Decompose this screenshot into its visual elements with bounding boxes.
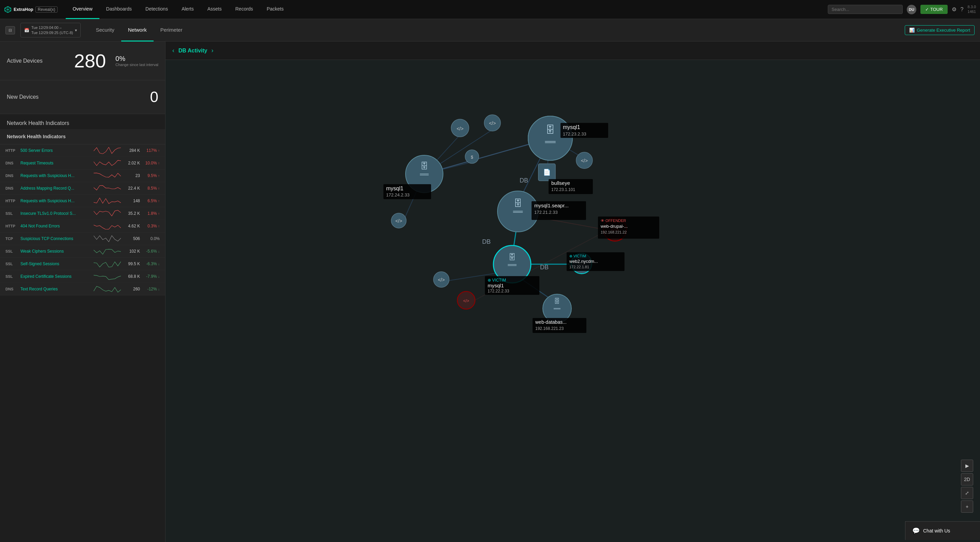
nav-assets[interactable]: Assets [200, 0, 229, 19]
play-button[interactable]: ▶ [961, 459, 973, 472]
table-row[interactable]: DNS Address Mapping Record Q... 22.4 K 8… [0, 182, 165, 195]
table-row[interactable]: HTTP 500 Server Errors 284 K 117% ↑ [0, 145, 165, 157]
indicator-name[interactable]: Requests with Suspicious H... [21, 173, 91, 178]
indicator-name[interactable]: 404 Not Found Errors [21, 224, 91, 229]
table-row[interactable]: SSL Self-Signed Sessions 99.5 K -6.3% ↓ [0, 258, 165, 270]
settings-icon[interactable]: ⚙ [952, 6, 956, 13]
indicator-name[interactable]: 500 Server Errors [21, 148, 91, 153]
indicator-name[interactable]: Self-Signed Sessions [21, 261, 91, 266]
svg-text:$: $ [471, 155, 473, 160]
network-health-section: Network Health Indicators Network Health… [0, 114, 165, 542]
nav-dashboards[interactable]: Dashboards [99, 0, 139, 19]
view-2d-button[interactable]: 2D [961, 473, 973, 485]
svg-text:mysql1: mysql1 [488, 283, 504, 288]
svg-text:🗄: 🗄 [554, 298, 560, 305]
indicator-name[interactable]: Weak Ciphers Sessions [21, 249, 91, 254]
svg-text:⊕ VICTIM: ⊕ VICTIM [570, 254, 586, 258]
new-devices-label: New Devices [7, 94, 150, 100]
table-row[interactable]: DNS Text Record Queries 260 -12% ↓ [0, 283, 165, 296]
svg-line-10 [424, 162, 472, 174]
svg-text:</>: </> [489, 121, 496, 126]
svg-rect-47 [383, 184, 431, 199]
nhi-table: Network Health Indicators HTTP 500 Serve… [0, 129, 165, 296]
nhi-table-header: Network Health Indicators [0, 129, 165, 145]
metric-value: 102 K [124, 249, 140, 254]
protocol-label: DNS [5, 174, 18, 178]
table-row[interactable]: SSL Weak Ciphers Sessions 102 K -5.6% ↓ [0, 245, 165, 258]
svg-text:══: ══ [513, 208, 523, 215]
search-input[interactable] [828, 5, 903, 14]
metric-value: 4.62 K [124, 224, 140, 229]
chat-widget[interactable]: 💬 Chat with Us [905, 521, 980, 540]
build-number: 1461 [968, 10, 976, 14]
svg-text:172.24.2.33: 172.24.2.33 [386, 192, 410, 197]
metric-pct: 0.3% ↑ [143, 224, 160, 229]
table-row[interactable]: TCP Suspicious TCP Connections 506 0.0% [0, 232, 165, 245]
map-header: ‹ DB Activity › [165, 41, 980, 60]
svg-text:DB: DB [482, 238, 491, 245]
indicator-name[interactable]: Insecure TLSv1.0 Protocol S... [21, 211, 91, 216]
indicator-name[interactable]: Expired Certificate Sessions [21, 274, 91, 279]
indicator-name[interactable]: Request Timeouts [21, 161, 91, 165]
indicator-name[interactable]: Address Mapping Record Q... [21, 186, 91, 191]
sec-nav-security[interactable]: Security [89, 19, 121, 41]
sparkline-chart [94, 273, 121, 280]
protocol-label: DNS [5, 287, 18, 291]
svg-text:172.21.2.33: 172.21.2.33 [534, 210, 558, 215]
map-next-arrow[interactable]: › [212, 47, 213, 54]
nav-detections[interactable]: Detections [138, 0, 175, 19]
indicator-name[interactable]: Suspicious TCP Connections [21, 236, 91, 241]
table-row[interactable]: SSL Expired Certificate Sessions 68.8 K … [0, 270, 165, 283]
table-row[interactable]: HTTP 404 Not Found Errors 4.62 K 0.3% ↑ [0, 220, 165, 232]
indicator-name[interactable]: Text Record Queries [21, 287, 91, 291]
table-row[interactable]: HTTP Requests with Suspicious H... 148 6… [0, 195, 165, 207]
zoom-in-button[interactable]: + [961, 501, 973, 513]
sec-nav-network[interactable]: Network [121, 19, 154, 41]
svg-line-6 [547, 138, 550, 172]
svg-point-23 [451, 119, 469, 137]
map-prev-arrow[interactable]: ‹ [172, 47, 174, 54]
svg-point-56 [493, 245, 531, 283]
metric-pct: 8.5% ↑ [143, 186, 160, 191]
tour-button[interactable]: ✓ TOUR [920, 5, 948, 14]
metric-pct: -12% ↓ [143, 287, 160, 291]
nav-packets[interactable]: Packets [260, 0, 290, 19]
help-icon[interactable]: ? [961, 6, 964, 13]
sparkline-chart [94, 147, 121, 154]
nav-records[interactable]: Records [229, 0, 260, 19]
trend-up-icon: ↑ [158, 149, 160, 153]
table-row[interactable]: DNS Request Timeouts 2.02 K 10.0% ↑ [0, 157, 165, 170]
svg-text:web-databas...: web-databas... [535, 319, 566, 325]
sparkline-chart [94, 185, 121, 192]
svg-point-25 [576, 152, 592, 168]
sparkline-chart [94, 197, 121, 204]
table-row[interactable]: DNS Requests with Suspicious H... 23 9.5… [0, 170, 165, 182]
svg-text:192.168.221.23: 192.168.221.23 [535, 326, 564, 331]
nav-right: DU ✓ TOUR ⚙ ? 8.3.0 1461 [828, 5, 976, 14]
sparkline-chart [94, 160, 121, 167]
svg-text:mysql1: mysql1 [386, 186, 404, 191]
nav-alerts[interactable]: Alerts [175, 0, 200, 19]
trend-up-icon: ↑ [158, 199, 160, 203]
nav-overview[interactable]: Overview [66, 0, 99, 19]
version-number: 8.3.0 [968, 5, 976, 9]
time-selector[interactable]: 📅 Tue 12/29:04:00 –Tue 12/29:09:25 (UTC-… [21, 23, 81, 37]
protocol-label: DNS [5, 161, 18, 165]
sec-nav-links: Security Network Perimeter [89, 19, 189, 41]
map-area[interactable]: DB DB DB </> </> </> $ </> [165, 60, 980, 540]
new-devices-count: 0 [150, 89, 158, 105]
fit-button[interactable]: ⤢ [961, 487, 973, 499]
indicator-name[interactable]: Requests with Suspicious H... [21, 199, 91, 203]
table-row[interactable]: SSL Insecure TLSv1.0 Protocol S... 35.2 … [0, 207, 165, 220]
map-title: DB Activity [178, 48, 207, 54]
product-badge: Reveal(x) [35, 6, 57, 13]
svg-text:172.23.2.33: 172.23.2.33 [563, 132, 586, 137]
protocol-label: HTTP [5, 148, 18, 153]
sec-nav-perimeter[interactable]: Perimeter [154, 19, 189, 41]
svg-line-15 [533, 216, 608, 230]
exec-report-button[interactable]: 📊 Generate Executive Report [905, 25, 975, 35]
user-avatar[interactable]: DU [907, 5, 916, 14]
collapse-button[interactable]: ⊟ [5, 26, 15, 34]
svg-rect-74 [566, 252, 625, 271]
metric-pct: 10.0% ↑ [143, 161, 160, 165]
